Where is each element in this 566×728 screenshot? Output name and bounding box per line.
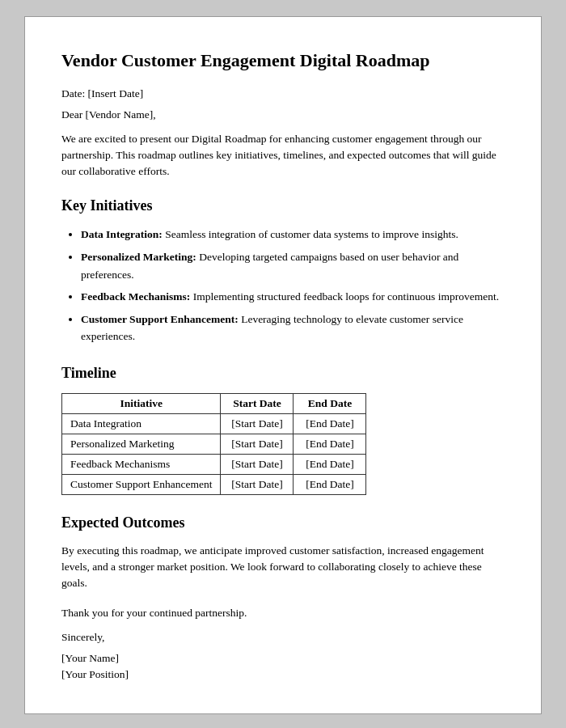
- table-cell: Personalized Marketing: [62, 434, 221, 454]
- table-header: InitiativeStart DateEnd Date: [62, 393, 366, 413]
- outcomes-paragraph: By executing this roadmap, we anticipate…: [61, 543, 505, 592]
- table-row: Feedback Mechanisms[Start Date][End Date…: [62, 454, 366, 474]
- list-item: Data Integration: Seamless integration o…: [81, 226, 505, 243]
- table-row: Customer Support Enhancement[Start Date]…: [62, 474, 366, 494]
- key-initiatives-heading: Key Initiatives: [61, 197, 505, 214]
- thank-you: Thank you for your continued partnership…: [61, 607, 505, 620]
- table-cell: [End Date]: [294, 413, 366, 434]
- table-cell: [End Date]: [294, 454, 366, 474]
- date-field: Date: [Insert Date]: [61, 87, 505, 100]
- table-body: Data Integration[Start Date][End Date]Pe…: [62, 413, 366, 494]
- salutation: Dear [Vendor Name],: [61, 108, 505, 121]
- table-cell: Customer Support Enhancement: [62, 474, 221, 494]
- list-item: Customer Support Enhancement: Leveraging…: [81, 311, 505, 345]
- table-cell: [End Date]: [294, 434, 366, 454]
- table-cell: Feedback Mechanisms: [62, 454, 221, 474]
- table-header-cell: Initiative: [62, 393, 221, 413]
- list-item: Personalized Marketing: Developing targe…: [81, 248, 505, 283]
- signature-position: [Your Position]: [61, 668, 505, 681]
- timeline-table: InitiativeStart DateEnd Date Data Integr…: [61, 393, 366, 495]
- document-title: Vendor Customer Engagement Digital Roadm…: [61, 49, 505, 73]
- table-cell: [Start Date]: [221, 474, 294, 494]
- timeline-section: Timeline InitiativeStart DateEnd Date Da…: [61, 365, 505, 495]
- sincerely: Sincerely,: [61, 631, 505, 644]
- initiatives-list: Data Integration: Seamless integration o…: [81, 226, 505, 345]
- signature-name: [Your Name]: [61, 652, 505, 665]
- outcomes-section: Expected Outcomes By executing this road…: [61, 514, 505, 592]
- table-header-row: InitiativeStart DateEnd Date: [62, 393, 366, 413]
- table-cell: Data Integration: [62, 413, 221, 434]
- table-row: Personalized Marketing[Start Date][End D…: [62, 434, 366, 454]
- table-header-cell: Start Date: [221, 393, 294, 413]
- timeline-heading: Timeline: [61, 365, 505, 382]
- document-container: Vendor Customer Engagement Digital Roadm…: [24, 16, 542, 714]
- table-cell: [Start Date]: [221, 454, 294, 474]
- table-header-cell: End Date: [294, 393, 366, 413]
- table-row: Data Integration[Start Date][End Date]: [62, 413, 366, 434]
- table-cell: [End Date]: [294, 474, 366, 494]
- expected-outcomes-heading: Expected Outcomes: [61, 514, 505, 531]
- intro-paragraph: We are excited to present our Digital Ro…: [61, 131, 505, 180]
- table-cell: [Start Date]: [221, 434, 294, 454]
- table-cell: [Start Date]: [221, 413, 294, 434]
- list-item: Feedback Mechanisms: Implementing struct…: [81, 288, 505, 306]
